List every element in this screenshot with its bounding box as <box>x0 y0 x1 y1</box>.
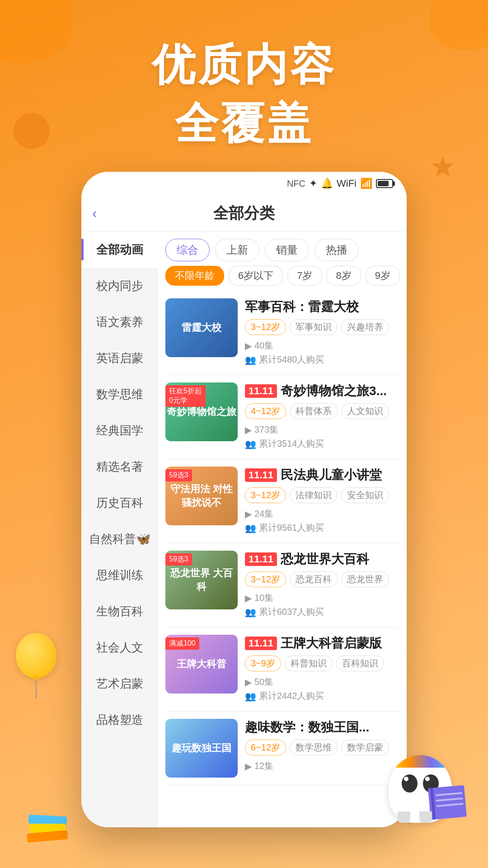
tag-row-1: 4~12岁科普体系人文知识 <box>245 403 399 419</box>
signal-icon: 📶 <box>360 178 372 189</box>
course-thumb-1: 奇妙博物馆之旅狂欢5折起 0元学 <box>165 382 238 441</box>
buyers-row-4: 👥累计2442人购买 <box>245 690 399 702</box>
sidebar-item-6[interactable]: 精选名著 <box>81 448 158 485</box>
balloon-decoration <box>9 633 63 696</box>
sidebar-item-1[interactable]: 校内同步 <box>81 268 158 304</box>
course-thumb-bg-5: 趣玩数独王国 <box>165 719 238 778</box>
filter-tabs: 综合上新销量热播 <box>158 231 407 266</box>
episode-count-3: 10集 <box>254 592 273 604</box>
double11-badge-4: 11.11 <box>245 637 277 650</box>
hero-section: 优质内容 全覆盖 <box>0 36 488 154</box>
filter-tab-3[interactable]: 热播 <box>314 239 359 261</box>
buyers-row-0: 👥累计5480人购买 <box>245 354 399 366</box>
tag-4-2: 百科知识 <box>336 656 384 671</box>
sidebar-item-2[interactable]: 语文素养 <box>81 304 158 340</box>
episodes-row-2: ▶24集 <box>245 508 399 520</box>
course-item-0[interactable]: 雷霆大校军事百科：雷霆大校3~12岁军事知识兴趣培养▶40集👥累计5480人购买 <box>165 291 399 375</box>
battery-icon <box>376 179 393 188</box>
battery-fill <box>378 181 389 186</box>
sidebar-item-10[interactable]: 生物百科 <box>81 593 158 629</box>
play-icon-0: ▶ <box>245 340 252 351</box>
buyers-row-2: 👥累计9561人购买 <box>245 522 399 534</box>
age-filter-3[interactable]: 8岁 <box>327 266 361 286</box>
course-thumb-4: 王牌大科普满减100 <box>165 635 238 693</box>
course-title-1: 奇妙博物馆之旅3... <box>281 382 387 400</box>
play-icon-1: ▶ <box>245 425 252 435</box>
sidebar-item-5[interactable]: 经典国学 <box>81 412 158 448</box>
svg-marker-0 <box>432 156 454 177</box>
sidebar-item-9[interactable]: 思维训练 <box>81 557 158 593</box>
play-icon-4: ▶ <box>245 677 252 688</box>
sidebar: 全部动画校内同步语文素养英语启蒙数学思维经典国学精选名著历史百科自然科普🦋思维训… <box>81 231 158 827</box>
robot-mascot <box>384 723 474 823</box>
course-info-1: 11.11奇妙博物馆之旅3...4~12岁科普体系人文知识▶373集👥累计351… <box>245 382 399 452</box>
course-item-5[interactable]: 趣玩数独王国趣味数学：数独王国...6~12岁数学思维数学启蒙▶12集 <box>165 712 399 785</box>
filter-tab-2[interactable]: 销量 <box>265 239 309 261</box>
age-filter-0[interactable]: 不限年龄 <box>165 266 224 286</box>
tag-row-0: 3~12岁军事知识兴趣培养 <box>245 319 399 335</box>
people-icon-3: 👥 <box>245 607 256 618</box>
course-list: 雷霆大校军事百科：雷霆大校3~12岁军事知识兴趣培养▶40集👥累计5480人购买… <box>158 291 407 785</box>
age-filter-4[interactable]: 9岁 <box>366 266 400 286</box>
tag-row-3: 3~12岁恐龙百科恐龙世界 <box>245 571 399 587</box>
buyers-row-3: 👥累计6037人购买 <box>245 606 399 618</box>
filter-tab-0[interactable]: 综合 <box>165 239 210 261</box>
sidebar-item-3[interactable]: 英语启蒙 <box>81 340 158 376</box>
course-item-3[interactable]: 恐龙世界 大百科59选311.11恐龙世界大百科3~12岁恐龙百科恐龙世界▶10… <box>165 543 399 627</box>
tag-0-0: 3~12岁 <box>245 319 286 335</box>
course-item-1[interactable]: 奇妙博物馆之旅狂欢5折起 0元学11.11奇妙博物馆之旅3...4~12岁科普体… <box>165 375 399 459</box>
tag-2-1: 法律知识 <box>290 487 338 503</box>
course-info-5: 趣味数学：数独王国...6~12岁数学思维数学启蒙▶12集 <box>245 719 399 778</box>
tag-2-2: 安全知识 <box>341 487 389 503</box>
course-title-row-2: 11.11民法典儿童小讲堂 <box>245 467 399 484</box>
sidebar-item-7[interactable]: 历史百科 <box>81 485 158 521</box>
hero-line2: 全覆盖 <box>0 95 488 154</box>
tag-1-1: 科普体系 <box>290 403 338 419</box>
double11-badge-2: 11.11 <box>245 468 277 482</box>
course-title-3: 恐龙世界大百科 <box>281 551 369 568</box>
phone-screen: NFC ✦ 🔔 WiFi 📶 ‹ 全部分类 全部动画校内同步语文素养英语启蒙数学… <box>81 172 407 827</box>
course-title-0: 军事百科：雷霆大校 <box>245 298 399 316</box>
episodes-row-0: ▶40集 <box>245 340 399 352</box>
play-icon-2: ▶ <box>245 509 252 519</box>
episode-count-1: 373集 <box>254 424 278 436</box>
course-item-2[interactable]: 守法用法 对性骚扰说不59选311.11民法典儿童小讲堂3~12岁法律知识安全知… <box>165 459 399 543</box>
sidebar-item-13[interactable]: 品格塑造 <box>81 702 158 738</box>
hero-line1: 优质内容 <box>0 36 488 95</box>
back-button[interactable]: ‹ <box>92 205 97 222</box>
sidebar-item-8[interactable]: 自然科普🦋 <box>81 521 158 557</box>
age-filter-2[interactable]: 7岁 <box>287 266 322 286</box>
app-header: ‹ 全部分类 <box>81 195 407 231</box>
double11-badge-1: 11.11 <box>245 384 277 398</box>
promo-badge-3: 59选3 <box>165 553 192 566</box>
sidebar-item-12[interactable]: 艺术启蒙 <box>81 665 158 702</box>
episodes-row-5: ▶12集 <box>245 760 399 772</box>
tag-4-1: 科普知识 <box>285 656 333 671</box>
sound-icon: 🔔 <box>321 178 333 189</box>
episode-count-4: 50集 <box>254 676 273 688</box>
course-info-4: 11.11王牌大科普启蒙版3~9岁科普知识百科知识▶50集👥累计2442人购买 <box>245 635 399 704</box>
episodes-row-1: ▶373集 <box>245 424 399 436</box>
buyer-count-2: 累计9561人购买 <box>259 522 324 534</box>
page-title: 全部分类 <box>213 203 275 224</box>
status-bar: NFC ✦ 🔔 WiFi 📶 <box>81 172 407 195</box>
tag-3-1: 恐龙百科 <box>290 571 338 587</box>
status-icons: NFC ✦ 🔔 WiFi 📶 <box>287 178 393 189</box>
filter-tab-1[interactable]: 上新 <box>215 239 259 261</box>
age-filter-1[interactable]: 6岁以下 <box>229 266 283 286</box>
tag-4-0: 3~9岁 <box>245 656 281 671</box>
episodes-row-4: ▶50集 <box>245 676 399 688</box>
promo-badge-4: 满减100 <box>165 637 199 650</box>
course-thumb-bg-0: 雷霆大校 <box>165 298 238 357</box>
sidebar-item-11[interactable]: 社会人文 <box>81 629 158 665</box>
tag-3-2: 恐龙世界 <box>341 571 389 587</box>
tag-0-2: 兴趣培养 <box>341 319 389 335</box>
promo-badge-1: 狂欢5折起 0元学 <box>165 385 206 407</box>
course-item-4[interactable]: 王牌大科普满减10011.11王牌大科普启蒙版3~9岁科普知识百科知识▶50集👥… <box>165 627 399 712</box>
wifi-icon: WiFi <box>337 178 357 189</box>
tag-5-2: 数学启蒙 <box>341 740 389 755</box>
robot-book <box>428 785 467 820</box>
course-thumb-0: 雷霆大校 <box>165 298 238 357</box>
sidebar-item-4[interactable]: 数学思维 <box>81 376 158 412</box>
sidebar-item-0[interactable]: 全部动画 <box>81 231 158 268</box>
